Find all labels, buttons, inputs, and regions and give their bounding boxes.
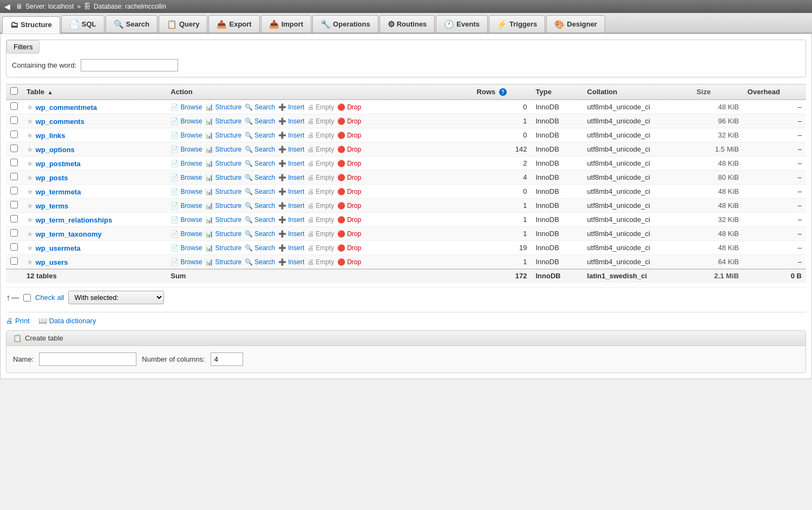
- insert-wp_term_relationships[interactable]: ➕ Insert: [278, 216, 304, 224]
- structure-wp_options[interactable]: 📊 Structure: [205, 146, 241, 153]
- drop-wp_usermeta[interactable]: 🔴 Drop: [337, 244, 361, 252]
- search-wp_termmeta[interactable]: 🔍 Search: [245, 188, 275, 195]
- drop-wp_posts[interactable]: 🔴 Drop: [337, 174, 361, 181]
- tab-export[interactable]: 📤Export: [208, 15, 259, 32]
- star-icon-wp_usermeta[interactable]: ★: [27, 244, 34, 252]
- browse-wp_usermeta[interactable]: 📄 Browse: [171, 244, 202, 252]
- browse-wp_term_taxonomy[interactable]: 📄 Browse: [171, 230, 202, 238]
- row-checkbox-wp_usermeta[interactable]: [10, 243, 18, 251]
- insert-wp_links[interactable]: ➕ Insert: [278, 132, 304, 139]
- star-icon-wp_comments[interactable]: ★: [27, 117, 34, 126]
- star-icon-wp_term_taxonomy[interactable]: ★: [27, 230, 34, 238]
- star-icon-wp_terms[interactable]: ★: [27, 201, 34, 210]
- browse-wp_comments[interactable]: 📄 Browse: [171, 117, 202, 125]
- table-link-wp_links[interactable]: wp_links: [36, 132, 66, 140]
- tab-structure[interactable]: 🗂Structure: [2, 16, 60, 34]
- table-link-wp_comments[interactable]: wp_comments: [36, 117, 84, 126]
- empty-wp_postmeta[interactable]: 🖨 Empty: [307, 160, 334, 167]
- table-link-wp_term_taxonomy[interactable]: wp_term_taxonomy: [36, 230, 102, 238]
- empty-wp_comments[interactable]: 🖨 Empty: [307, 117, 334, 125]
- star-icon-wp_users[interactable]: ★: [27, 258, 34, 266]
- browse-wp_termmeta[interactable]: 📄 Browse: [171, 188, 202, 195]
- empty-wp_users[interactable]: 🖨 Empty: [307, 258, 334, 266]
- tab-search[interactable]: 🔍Search: [106, 15, 158, 32]
- empty-wp_posts[interactable]: 🖨 Empty: [307, 174, 334, 181]
- search-wp_users[interactable]: 🔍 Search: [245, 258, 275, 266]
- search-wp_posts[interactable]: 🔍 Search: [245, 174, 275, 181]
- star-icon-wp_termmeta[interactable]: ★: [27, 187, 34, 196]
- empty-wp_term_relationships[interactable]: 🖨 Empty: [307, 216, 334, 224]
- table-link-wp_term_relationships[interactable]: wp_term_relationships: [36, 216, 113, 224]
- empty-wp_termmeta[interactable]: 🖨 Empty: [307, 188, 334, 195]
- insert-wp_posts[interactable]: ➕ Insert: [278, 174, 304, 181]
- back-button[interactable]: ◀: [4, 2, 10, 11]
- star-icon-wp_posts[interactable]: ★: [27, 173, 34, 182]
- tab-operations[interactable]: 🔧Operations: [312, 15, 378, 32]
- tab-import[interactable]: 📥Import: [261, 15, 311, 32]
- filters-button[interactable]: Filters: [6, 40, 40, 54]
- row-checkbox-wp_postmeta[interactable]: [10, 159, 18, 166]
- browse-wp_users[interactable]: 📄 Browse: [171, 258, 202, 266]
- structure-wp_links[interactable]: 📊 Structure: [205, 132, 241, 139]
- drop-wp_postmeta[interactable]: 🔴 Drop: [337, 160, 361, 167]
- empty-wp_terms[interactable]: 🖨 Empty: [307, 202, 334, 210]
- check-all-label[interactable]: Check all: [35, 293, 64, 302]
- filter-input[interactable]: [81, 59, 178, 71]
- insert-wp_term_taxonomy[interactable]: ➕ Insert: [278, 230, 304, 238]
- structure-wp_commentmeta[interactable]: 📊 Structure: [205, 103, 241, 111]
- print-link[interactable]: 🖨 Print: [6, 317, 30, 325]
- drop-wp_terms[interactable]: 🔴 Drop: [337, 202, 361, 210]
- structure-wp_comments[interactable]: 📊 Structure: [205, 117, 241, 125]
- row-checkbox-wp_posts[interactable]: [10, 173, 18, 180]
- star-icon-wp_term_relationships[interactable]: ★: [27, 215, 34, 224]
- browse-wp_commentmeta[interactable]: 📄 Browse: [171, 103, 202, 111]
- table-link-wp_postmeta[interactable]: wp_postmeta: [36, 160, 81, 168]
- insert-wp_options[interactable]: ➕ Insert: [278, 146, 304, 153]
- row-checkbox-wp_links[interactable]: [10, 130, 18, 138]
- structure-wp_term_relationships[interactable]: 📊 Structure: [205, 216, 241, 224]
- with-selected-dropdown[interactable]: With selected:BrowseStructureSearchAnaly…: [68, 291, 164, 304]
- empty-wp_term_taxonomy[interactable]: 🖨 Empty: [307, 230, 334, 238]
- insert-wp_usermeta[interactable]: ➕ Insert: [278, 244, 304, 252]
- check-all-checkbox[interactable]: [23, 294, 31, 302]
- rows-info-icon[interactable]: ?: [499, 88, 507, 96]
- insert-wp_termmeta[interactable]: ➕ Insert: [278, 188, 304, 195]
- table-link-wp_posts[interactable]: wp_posts: [36, 174, 68, 182]
- structure-wp_terms[interactable]: 📊 Structure: [205, 202, 241, 210]
- browse-wp_links[interactable]: 📄 Browse: [171, 132, 202, 139]
- tab-designer[interactable]: 🎨Designer: [546, 15, 605, 32]
- star-icon-wp_links[interactable]: ★: [27, 131, 34, 140]
- data-dictionary-link[interactable]: 📖 Data dictionary: [38, 317, 96, 325]
- row-checkbox-wp_users[interactable]: [10, 257, 18, 265]
- search-wp_usermeta[interactable]: 🔍 Search: [245, 244, 275, 252]
- row-checkbox-wp_commentmeta[interactable]: [10, 102, 18, 110]
- browse-wp_term_relationships[interactable]: 📄 Browse: [171, 216, 202, 224]
- table-link-wp_termmeta[interactable]: wp_termmeta: [36, 188, 81, 196]
- browse-wp_postmeta[interactable]: 📄 Browse: [171, 160, 202, 167]
- row-checkbox-wp_term_taxonomy[interactable]: [10, 229, 18, 237]
- browse-wp_posts[interactable]: 📄 Browse: [171, 174, 202, 181]
- empty-wp_links[interactable]: 🖨 Empty: [307, 132, 334, 139]
- search-wp_term_relationships[interactable]: 🔍 Search: [245, 216, 275, 224]
- select-all-checkbox[interactable]: [10, 87, 18, 95]
- table-link-wp_usermeta[interactable]: wp_usermeta: [36, 244, 81, 252]
- star-icon-wp_commentmeta[interactable]: ★: [27, 103, 34, 112]
- tab-sql[interactable]: 📄SQL: [61, 15, 104, 32]
- drop-wp_users[interactable]: 🔴 Drop: [337, 258, 361, 266]
- empty-wp_commentmeta[interactable]: 🖨 Empty: [307, 103, 334, 111]
- browse-wp_options[interactable]: 📄 Browse: [171, 146, 202, 153]
- structure-wp_usermeta[interactable]: 📊 Structure: [205, 244, 241, 252]
- drop-wp_commentmeta[interactable]: 🔴 Drop: [337, 103, 361, 111]
- row-checkbox-wp_terms[interactable]: [10, 201, 18, 208]
- table-name-input[interactable]: [39, 352, 136, 366]
- table-link-wp_options[interactable]: wp_options: [36, 146, 75, 154]
- columns-input[interactable]: [211, 352, 243, 366]
- table-link-wp_terms[interactable]: wp_terms: [36, 202, 69, 210]
- insert-wp_terms[interactable]: ➕ Insert: [278, 202, 304, 210]
- search-wp_links[interactable]: 🔍 Search: [245, 132, 275, 139]
- drop-wp_options[interactable]: 🔴 Drop: [337, 146, 361, 153]
- tab-triggers[interactable]: ⚡Triggers: [489, 15, 545, 32]
- col-table[interactable]: Table ▲: [22, 84, 166, 100]
- row-checkbox-wp_options[interactable]: [10, 145, 18, 152]
- table-link-wp_users[interactable]: wp_users: [36, 258, 68, 266]
